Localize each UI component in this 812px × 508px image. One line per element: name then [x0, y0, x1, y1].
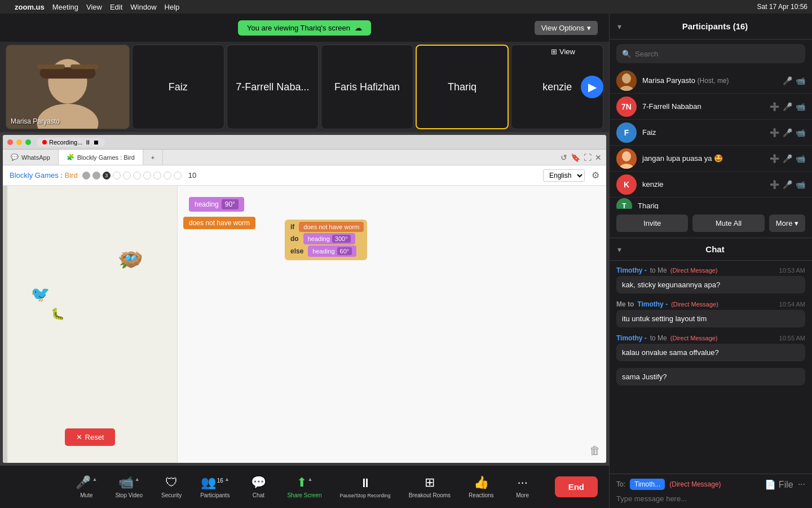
share-screen-button[interactable]: ⬆ ▲ Share Screen [278, 471, 330, 503]
fullscreen-icon[interactable]: ⛶ [584, 153, 592, 162]
search-input[interactable] [635, 50, 800, 58]
invite-button[interactable]: Invite [616, 214, 688, 232]
breakout-rooms-button[interactable]: ⊞ Breakout Rooms [400, 471, 460, 503]
more-button[interactable]: ··· More [503, 471, 542, 503]
thariq-name: Thariq [448, 81, 476, 93]
farrell-add-icon[interactable]: ➕ [770, 102, 779, 111]
end-button[interactable]: End [555, 476, 598, 497]
chat-dm-1: (Direct Message) [670, 267, 718, 274]
breakout-icon: ⊞ [425, 475, 435, 490]
minimize-window-icon[interactable] [16, 139, 22, 145]
participant-tile-farrell[interactable]: 7-Farrell Naba... [227, 45, 319, 129]
kenzie-add-icon[interactable]: ➕ [770, 180, 779, 189]
menu-help[interactable]: Help [165, 3, 180, 11]
code-block-if[interactable]: if does not have worm do heading [285, 220, 367, 260]
dot-1 [82, 172, 90, 179]
dot-6 [133, 172, 141, 179]
file-attachment-button[interactable]: 📄 File [765, 479, 793, 490]
trash-icon[interactable]: 🗑 [589, 444, 601, 457]
menu-window[interactable]: Window [130, 3, 156, 11]
view-options-button[interactable]: View Options ▾ [535, 21, 598, 35]
chat-messages: Timothy - to Me (Direct Message) 10:53 A… [610, 261, 812, 474]
mute-button[interactable]: 🎤 ▲ Mute [67, 471, 106, 503]
menu-view[interactable]: View [86, 3, 102, 11]
chat-message-3: Timothy - to Me (Direct Message) 10:55 A… [616, 334, 805, 361]
more-options-button[interactable]: More ▾ [769, 214, 805, 232]
recording-indicator[interactable]: Recording... ⏸ ⏹ [37, 138, 105, 147]
svg-point-10 [622, 151, 631, 161]
participant-tile-host[interactable]: Marisa Paryasto [6, 45, 130, 129]
does-not-have-block[interactable]: does not have worm [183, 217, 255, 229]
chat-recipient-selector[interactable]: Timoth... [630, 479, 665, 490]
chat-bubble-1: kak, sticky kegunaannya apa? [616, 276, 805, 294]
participants-collapse-icon[interactable]: ▾ [617, 22, 621, 31]
participants-panel-header: ▾ Participants (16) [610, 14, 812, 40]
progress-dots: 3 [82, 172, 182, 179]
menu-edit[interactable]: Edit [110, 3, 122, 11]
participant-tile-faris[interactable]: Faris Hafizhan [321, 45, 413, 129]
close-tab-icon[interactable]: ✕ [595, 153, 602, 162]
menu-meeting[interactable]: Meeting [52, 3, 78, 11]
chat-sender-3: Timothy - [616, 334, 647, 342]
reset-button[interactable]: ✕ Reset [65, 428, 116, 446]
right-panel: ▾ Participants (16) 🔍 Marisa Paryasto (H… [609, 14, 812, 508]
stop-icon[interactable]: ⏹ [93, 139, 99, 146]
reload-icon[interactable]: ↺ [561, 153, 567, 162]
pause-recording-button[interactable]: ⏸ Pause/Stop Recording [331, 471, 400, 503]
security-button[interactable]: 🛡 Security [152, 471, 191, 503]
new-tab-button[interactable]: + [143, 150, 163, 165]
if-condition[interactable]: does not have worm [299, 222, 364, 232]
else-heading-block[interactable]: heading 60° [308, 246, 356, 257]
close-window-icon[interactable] [7, 139, 13, 145]
heading-block[interactable]: heading 90° [189, 197, 244, 212]
tab-blockly[interactable]: 🧩 Blockly Games : Bird [59, 150, 143, 165]
stop-video-label: Stop Video [115, 492, 143, 498]
do-row: do heading 300° [288, 233, 364, 244]
share-screen-arrow-icon[interactable]: ▲ [308, 476, 313, 482]
participants-label: Participants [200, 492, 230, 498]
bird-element: 🐦 [29, 282, 52, 305]
participants-button[interactable]: 👥 16 ▲ Participants [191, 471, 239, 503]
participants-arrow-icon[interactable]: ▲ [224, 476, 230, 482]
chat-options-icon[interactable]: ··· [798, 479, 805, 489]
participant-tile-faiz[interactable]: Faiz [132, 45, 224, 129]
host-avatar [6, 45, 129, 129]
faiz-add-icon[interactable]: ➕ [770, 128, 779, 137]
bookmark-icon[interactable]: 🔖 [571, 153, 580, 162]
view-next-button[interactable]: ▶ [581, 76, 603, 98]
host-name-label: Marisa Paryasto [11, 117, 60, 125]
farrell-video-icon: 📹 [796, 102, 805, 111]
code-area[interactable]: heading 90° does not have worm [178, 186, 606, 463]
jangan-add-icon[interactable]: ➕ [770, 154, 779, 163]
chat-bubble-4: sama Justify? [616, 368, 805, 386]
do-heading-block[interactable]: heading 300° [303, 233, 355, 244]
dot-3[interactable]: 3 [103, 172, 111, 179]
kenzie-name: kenzie [642, 180, 764, 189]
menubar: zoom.us Meeting View Edit Window Help Sa… [0, 0, 812, 14]
chat-time-3: 10:55 AM [779, 335, 805, 341]
chat-button[interactable]: 💬 Chat [239, 471, 278, 503]
more-label: More [516, 492, 529, 498]
video-arrow-icon[interactable]: ▲ [135, 476, 140, 482]
chat-collapse-icon[interactable]: ▾ [617, 245, 621, 254]
code-block-heading[interactable]: heading 90° [189, 197, 244, 212]
maximize-window-icon[interactable] [25, 139, 31, 145]
breakout-label: Breakout Rooms [409, 492, 451, 498]
faiz-name: Faiz [169, 81, 188, 93]
chat-message-input[interactable] [616, 494, 805, 503]
faiz-icons: ➕ 🎤 📹 [770, 128, 805, 137]
participant-tile-thariq[interactable]: Thariq [416, 45, 509, 129]
language-select[interactable]: English [543, 169, 585, 182]
blockly-content: Blockly Games : Bird 3 [3, 165, 606, 463]
settings-icon[interactable]: ⚙ [592, 170, 599, 181]
mute-arrow-icon[interactable]: ▲ [92, 476, 97, 482]
mute-all-button[interactable]: Mute All [692, 214, 764, 232]
code-block-does-not-have[interactable]: does not have worm [183, 217, 255, 229]
tab-whatsapp[interactable]: 💬 WhatsApp [3, 150, 59, 165]
svg-point-7 [622, 73, 631, 84]
chat-icon: 💬 [251, 475, 266, 490]
pause-icon[interactable]: ⏸ [85, 139, 91, 146]
chat-sender-1: Timothy - [616, 266, 647, 274]
reactions-button[interactable]: 👍 Reactions [460, 471, 502, 503]
stop-video-button[interactable]: 📹 ▲ Stop Video [106, 471, 152, 503]
